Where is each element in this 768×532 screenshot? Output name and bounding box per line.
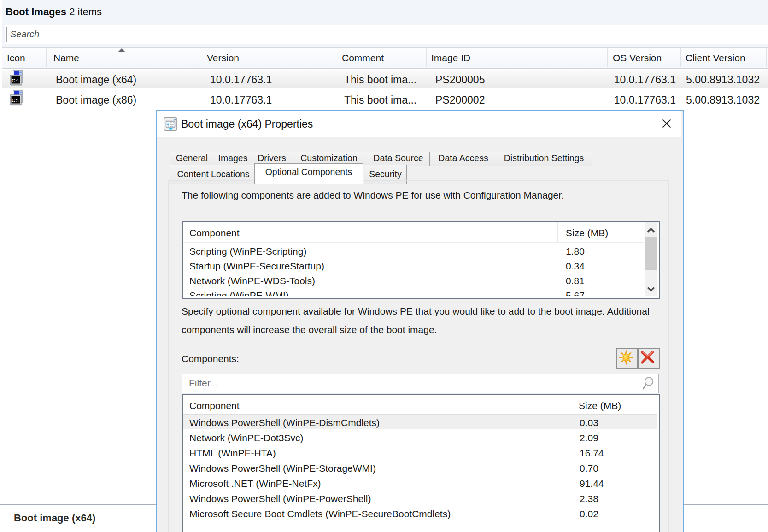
- svg-text:C:\: C:\: [12, 98, 19, 103]
- svg-text:C:\: C:\: [12, 78, 19, 83]
